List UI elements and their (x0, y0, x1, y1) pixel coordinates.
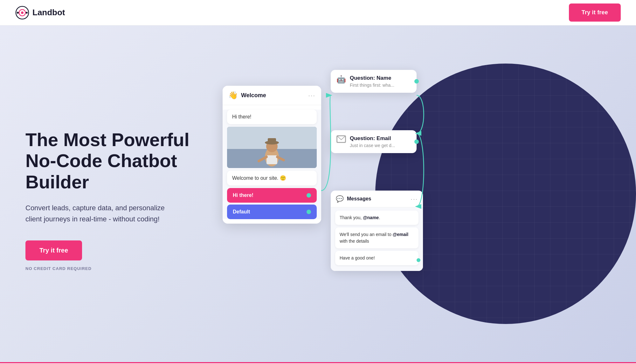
hero-left: The Most Powerful No-Code Chatbot Builde… (25, 117, 197, 271)
welcome-title: Welcome (241, 92, 266, 99)
logo: Landbot (15, 6, 65, 20)
email-icon (336, 135, 346, 143)
hero-try-btn[interactable]: Try it free (25, 240, 82, 260)
question-email-card: Question: Email Just in case we get d... (331, 130, 417, 153)
hero-section: The Most Powerful No-Code Chatbot Builde… (0, 25, 636, 362)
header-try-btn[interactable]: Try it free (569, 3, 621, 22)
welcome-emoji-icon: 👋 (228, 91, 238, 100)
svg-point-3 (17, 12, 19, 14)
chatbot-flow-diagram: 👋 Welcome ··· Hi there! (223, 67, 509, 321)
messages-dots-menu[interactable]: ··· (411, 195, 418, 203)
welcome-card-header: 👋 Welcome ··· (223, 86, 321, 105)
person-illustration (227, 127, 317, 168)
welcome-card: 👋 Welcome ··· Hi there! (223, 86, 321, 224)
svg-rect-12 (266, 155, 277, 164)
choice-dot-pink (307, 193, 311, 198)
messages-title-area: 💬 Messages (336, 195, 371, 203)
connector-dot-name (414, 79, 419, 84)
msg-bubble-1: Thank you, @name. (335, 211, 418, 225)
speech-bubble-icon: 💬 (336, 195, 344, 203)
chat-hi-there-bubble: Hi there! (227, 110, 317, 124)
chat-welcome-bubble: Welcome to our site. 🙂 (227, 171, 317, 185)
welcome-card-body: Hi there! (223, 110, 321, 219)
question-email-title: Question: Email (350, 135, 395, 142)
question-name-preview: First things first: wha... (350, 83, 394, 88)
hero-title: The Most Powerful No-Code Chatbot Builde… (25, 129, 197, 193)
welcome-card-title-area: 👋 Welcome (228, 91, 266, 100)
question-email-header: Question: Email Just in case we get d... (336, 135, 411, 148)
welcome-card-dots-menu[interactable]: ··· (308, 92, 315, 99)
landbot-logo-icon (15, 6, 29, 20)
messages-card: 💬 Messages ··· Thank you, @name. We'll s… (331, 191, 423, 271)
svg-point-2 (21, 11, 24, 14)
bottom-bar (0, 362, 636, 363)
msg1-text: Thank you, @name. (340, 215, 380, 220)
hero-subtitle: Convert leads, capture data, and persona… (25, 202, 165, 225)
chat-image (227, 127, 317, 168)
messages-title: Messages (347, 196, 371, 202)
choice-default-btn[interactable]: Default (227, 205, 317, 219)
msg-bubble-2: We'll send you an email to @email with t… (335, 227, 418, 248)
msg-bubble-3: Have a good one! (335, 251, 418, 265)
logo-text: Landbot (32, 8, 65, 17)
svg-rect-11 (268, 138, 276, 143)
messages-body: Thank you, @name. We'll send you an emai… (331, 207, 423, 271)
messages-card-header: 💬 Messages ··· (331, 191, 423, 207)
hero-right: 👋 Welcome ··· Hi there! (197, 51, 611, 337)
no-credit-label: NO CREDIT CARD REQUIRED (25, 266, 197, 271)
choice-dot-blue (307, 210, 311, 214)
choice-hi-there-btn[interactable]: Hi there! (227, 188, 317, 203)
question-email-preview: Just in case we get d... (350, 143, 395, 148)
question-name-emoji-icon: 🤖 (336, 75, 346, 84)
question-name-header: 🤖 Question: Name First things first: wha… (336, 75, 411, 88)
svg-point-4 (26, 12, 28, 14)
question-name-title: Question: Name (350, 75, 394, 81)
header: Landbot Try it free (0, 0, 636, 25)
connector-dot-email (414, 139, 419, 144)
msg-last-dot (417, 258, 420, 262)
question-name-card: 🤖 Question: Name First things first: wha… (331, 70, 417, 93)
